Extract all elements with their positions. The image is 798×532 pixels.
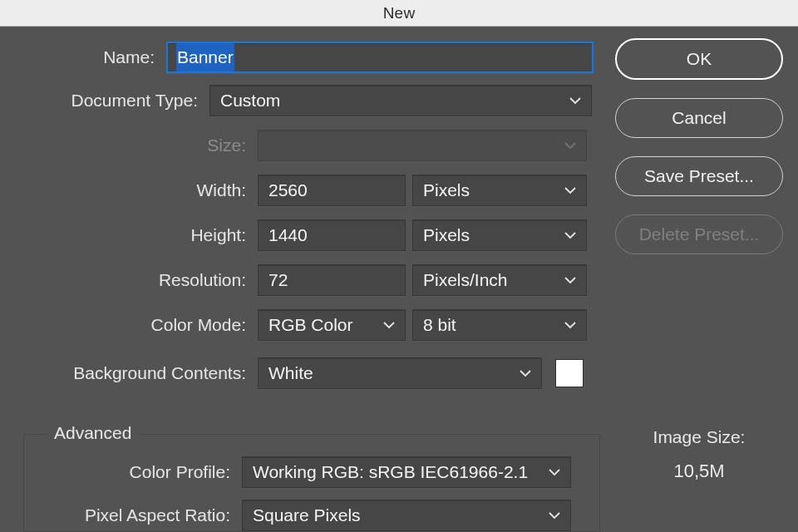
width-unit-value: Pixels [423,180,556,200]
form-column: Name: Banner Document Type: Custom [8,38,600,532]
width-value: 2560 [268,180,308,200]
advanced-legend: Advanced [46,423,140,443]
chevron-down-icon [564,141,576,150]
height-input[interactable]: 1440 [258,219,406,251]
chevron-down-icon [549,511,560,520]
dialog-title: New [0,0,798,27]
color-profile-value: Working RGB: sRGB IEC61966-2.1 [253,462,540,482]
chevron-down-icon [569,96,581,105]
color-mode-label: Color Mode: [23,315,258,335]
size-dropdown[interactable] [258,130,587,161]
color-profile-label: Color Profile: [24,462,242,482]
document-type-label: Document Type: [0,91,209,111]
bg-contents-value: White [268,363,511,383]
bg-contents-dropdown[interactable]: White [258,357,542,389]
height-unit-value: Pixels [423,225,556,245]
chevron-down-icon [520,369,531,377]
resolution-unit-value: Pixels/Inch [423,270,556,290]
pixel-aspect-value: Square Pixels [253,505,540,525]
width-label: Width: [23,180,258,200]
name-input[interactable]: Banner [166,42,594,73]
ok-button-label: OK [687,49,712,69]
width-unit-dropdown[interactable]: Pixels [412,175,587,206]
chevron-down-icon [564,186,576,195]
dialog-title-text: New [383,4,416,22]
new-document-dialog: New Name: Banner Document Type: C [0,0,798,532]
bg-color-swatch[interactable] [555,359,584,387]
ok-button[interactable]: OK [615,38,783,80]
width-input[interactable]: 2560 [258,175,406,206]
delete-preset-button: Delete Preset... [615,214,783,254]
image-size-block: Image Size: 10,5M [615,286,783,532]
height-label: Height: [23,225,258,245]
chevron-down-icon [564,276,576,284]
resolution-unit-dropdown[interactable]: Pixels/Inch [412,264,587,296]
cancel-button-label: Cancel [672,108,726,128]
color-profile-dropdown[interactable]: Working RGB: sRGB IEC61966-2.1 [242,456,571,488]
size-label: Size: [23,135,258,155]
cancel-button[interactable]: Cancel [615,98,783,138]
advanced-group: Advanced Color Profile: Working RGB: sRG… [23,434,600,532]
height-value: 1440 [268,225,308,245]
name-label: Name: [8,47,166,67]
color-mode-value: RGB Color [268,315,375,335]
color-mode-dropdown[interactable]: RGB Color [258,309,406,341]
save-preset-button[interactable]: Save Preset... [615,156,783,196]
document-type-dropdown[interactable]: Custom [209,85,592,116]
pixel-aspect-label: Pixel Aspect Ratio: [24,505,242,525]
color-depth-value: 8 bit [423,315,556,335]
resolution-value: 72 [268,270,288,290]
dialog-body: Name: Banner Document Type: Custom [0,27,798,532]
image-size-value: 10,5M [615,461,783,482]
chevron-down-icon [383,321,395,329]
side-column: OK Cancel Save Preset... Delete Preset..… [600,38,783,532]
delete-preset-button-label: Delete Preset... [639,224,760,244]
document-type-value: Custom [220,91,561,111]
resolution-input[interactable]: 72 [258,264,406,296]
height-unit-dropdown[interactable]: Pixels [412,219,587,251]
resolution-label: Resolution: [23,270,258,290]
save-preset-button-label: Save Preset... [644,166,754,186]
chevron-down-icon [564,231,576,239]
image-size-label: Image Size: [615,427,783,447]
bg-contents-label: Background Contents: [23,363,258,383]
pixel-aspect-dropdown[interactable]: Square Pixels [242,500,571,531]
chevron-down-icon [564,321,576,329]
document-settings-group: Document Type: Custom Size: [23,85,600,416]
name-input-value: Banner [176,43,234,71]
color-depth-dropdown[interactable]: 8 bit [412,309,587,341]
chevron-down-icon [549,468,560,476]
